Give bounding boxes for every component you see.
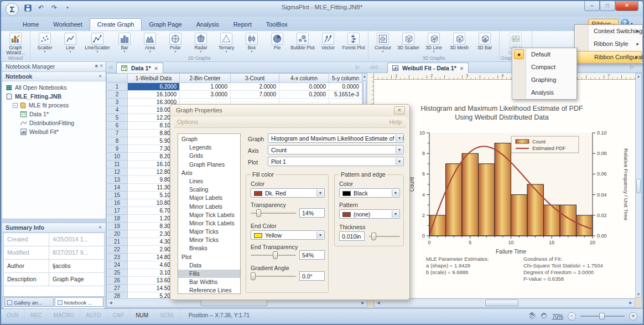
chevron-down-icon[interactable]: ▾ (58, 50, 83, 53)
close-button[interactable]: ✕ (615, 1, 638, 11)
dialog-nav-grids[interactable]: Grids (178, 152, 240, 160)
ribbon-button-3d-mesh[interactable]: 3D Mesh (446, 32, 472, 50)
row-number[interactable]: 12 (107, 168, 128, 176)
end-transparency-value[interactable]: 54% (299, 250, 325, 260)
dialog-nav-major-tick-labels[interactable]: Major Tick Labels (178, 211, 240, 219)
summary-value[interactable]: Graph Page (49, 273, 104, 286)
row-number[interactable]: 15 (107, 192, 128, 199)
bottom-tab-gallery-an[interactable]: Gallery an... (4, 297, 54, 307)
zoom-in-button[interactable]: + (629, 312, 637, 321)
scroll-right-icon[interactable]: ▶ (627, 299, 635, 307)
tab-scroll-right-icon[interactable]: ▷ (630, 64, 634, 70)
ribbon-button-forest-plot[interactable]: Forest Plot (341, 32, 366, 50)
dialog-title-bar[interactable]: Graph Properties ✕ (170, 105, 409, 117)
row-number[interactable]: 4 (107, 106, 128, 114)
edge-color-select[interactable]: Black▼ (339, 188, 400, 198)
tab-report[interactable]: Report (226, 19, 259, 30)
tab-worksheet[interactable]: Worksheet (46, 19, 89, 30)
dialog-nav-graph-planes[interactable]: Graph Planes (178, 161, 240, 169)
panel-splitter[interactable] (2, 219, 106, 223)
minimize-button[interactable]: – (584, 1, 600, 11)
tab-close-icon[interactable]: ✕ (154, 66, 159, 71)
notebook-section-header[interactable]: Notebook▲ (2, 72, 106, 81)
row-number[interactable]: 18 (107, 215, 128, 223)
row-number[interactable]: 26 (107, 277, 128, 285)
transparency-value[interactable]: 14% (299, 208, 325, 218)
row-number[interactable]: 28 (107, 292, 128, 298)
menu-item-ribbon-configurations[interactable]: Ribbon Configurations▸ (575, 51, 642, 63)
zoom-slider[interactable] (580, 312, 625, 320)
dialog-nav-fills[interactable]: Fills (178, 270, 240, 278)
cell[interactable]: 1.0000 (180, 83, 231, 91)
bottom-tab-notebook[interactable]: Notebook ... (55, 297, 104, 307)
thickness-value[interactable]: 0.010in (339, 231, 365, 241)
pattern-select[interactable]: (none)▼ (339, 209, 400, 219)
cell[interactable]: 3.0000 (180, 91, 231, 99)
tree-item-all-open-notebooks[interactable]: All Open Notebooks (2, 83, 106, 92)
row-number[interactable]: 3 (107, 99, 128, 106)
row-number[interactable]: 27 (107, 285, 128, 292)
chevron-down-icon[interactable]: ▾ (239, 50, 264, 53)
tree-item-mle-fitting-jnb[interactable]: MLE_Fitting.JNB (2, 92, 106, 101)
graph-hscrollbar[interactable]: ◀ ▶ (374, 298, 635, 307)
row-number[interactable]: 22 (107, 246, 128, 254)
dialog-nav-legends[interactable]: Legends (178, 143, 240, 152)
ribbon-button-vector[interactable]: Vector (315, 32, 341, 50)
axis-select[interactable]: Count▼ (268, 145, 404, 154)
dialog-close-icon[interactable]: ✕ (394, 106, 405, 115)
dialog-nav-data[interactable]: Data (178, 261, 240, 270)
tree-collapse-icon[interactable]: − (13, 103, 18, 108)
gradient-angle-slider[interactable] (251, 272, 296, 280)
chevron-down-icon[interactable]: ▾ (112, 50, 137, 53)
zoom-out-button[interactable]: − (568, 312, 576, 321)
chevron-down-icon[interactable]: ▾ (214, 50, 239, 53)
tab-home[interactable]: Home (15, 19, 46, 30)
dialog-nav-major-ticks[interactable]: Major Ticks (178, 228, 240, 236)
summary-value[interactable]: 4/25/2014 1... (49, 233, 104, 246)
dialog-nav-minor-ticks[interactable]: Minor Ticks (178, 236, 240, 244)
cell[interactable]: 7.0000 (231, 91, 279, 99)
dialog-nav-plot[interactable]: Plot (178, 253, 240, 261)
scroll-down-icon[interactable]: ▼ (635, 291, 642, 298)
summary-value[interactable]: 8/27/2017 9... (49, 246, 104, 259)
dialog-nav-major-labels[interactable]: Major Labels (178, 194, 240, 202)
tab-toolbox[interactable]: ToolBox (259, 19, 295, 30)
tab-graph-page[interactable]: Graph Page (142, 19, 189, 30)
ribbon-button-line-scatter[interactable]: Line/Scatter▾ (83, 32, 112, 53)
tree-item-mle-fit-process[interactable]: −MLE fit process (2, 101, 106, 110)
tab-analysis[interactable]: Analysis (189, 19, 226, 30)
panel-close-icon[interactable]: ✕ (99, 63, 103, 69)
ribbon-button-graph-wizard[interactable]: Graph Wizard... (3, 32, 28, 55)
row-number[interactable]: 20 (107, 230, 128, 238)
tab-scroll-left-icon[interactable]: ◁ (108, 64, 112, 70)
row-number[interactable]: 23 (107, 254, 128, 261)
row-number[interactable]: 9 (107, 145, 128, 153)
ribbon-button-3d-bar[interactable]: 3D Bar (472, 32, 497, 50)
submenu-item-analysis[interactable]: Analysis (512, 86, 577, 99)
column-header[interactable]: 3-Count (231, 74, 279, 83)
dialog-nav-breaks[interactable]: Breaks (178, 244, 240, 252)
dialog-nav-scaling[interactable]: Scaling (178, 185, 240, 194)
ribbon-button-box[interactable]: Box▾ (239, 32, 264, 53)
chevron-down-icon[interactable]: ▾ (421, 50, 446, 53)
chevron-down-icon[interactable]: ▾ (163, 50, 188, 53)
cell[interactable]: 0.0000 (279, 83, 329, 91)
ribbon-button-area[interactable]: Area▾ (137, 32, 163, 53)
ribbon-button-ternary[interactable]: Ternary▾ (214, 32, 239, 53)
row-number[interactable]: 1 (107, 83, 128, 91)
chevron-down-icon[interactable]: ▾ (83, 50, 112, 53)
menu-item-ribbon-style[interactable]: Ribbon Style▸ (575, 38, 642, 50)
thickness-slider[interactable] (369, 233, 400, 240)
ribbon-button-scatter[interactable]: Scatter▾ (32, 32, 58, 53)
cell[interactable]: 5.1651e-3 (329, 91, 362, 99)
chevron-down-icon[interactable]: ▾ (32, 50, 58, 53)
cell[interactable]: 6.2000 (128, 83, 180, 91)
pin-icon[interactable]: ■ (95, 63, 98, 69)
menu-item-context-switching[interactable]: Context Switching▸ (575, 25, 642, 38)
tab-create-graph[interactable]: Create Graph (90, 18, 142, 30)
zoom-mode-icon[interactable] (540, 312, 548, 320)
cell[interactable]: 0.0000 (329, 83, 362, 91)
cell[interactable]: 0.2000 (279, 91, 329, 99)
graph-page[interactable]: Histogram and Maximum Likelihood Estimat… (374, 80, 635, 298)
graph-select[interactable]: Histogram and Maximum Likelihood Estimat… (268, 133, 404, 143)
